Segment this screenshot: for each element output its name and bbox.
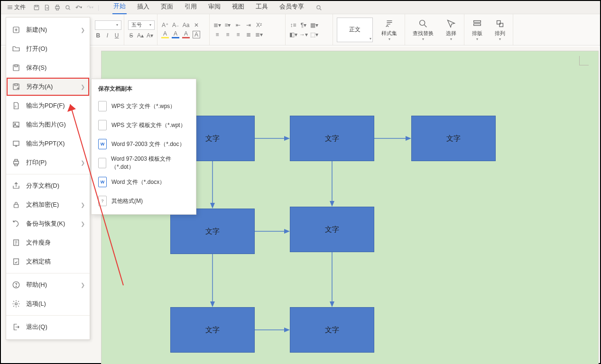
select-button[interactable]: 选择▾ [442,18,460,41]
svg-rect-38 [15,164,18,166]
flow-box[interactable]: 文字 [170,209,255,254]
flow-arrow[interactable] [328,252,336,307]
italic-icon[interactable]: I [104,32,111,39]
saveas-format-item[interactable]: WWord 文件（*.docx） [92,173,196,191]
line-spacing-icon[interactable]: ↕≡ [289,21,297,29]
font-shrink-icon[interactable]: A▾ [147,32,153,39]
svg-rect-29 [13,65,19,71]
save-icon[interactable] [33,4,40,11]
highlight-icon[interactable]: A [161,31,169,38]
align-right-icon[interactable]: ≡ [234,31,242,38]
shape-format-icon[interactable]: ⬚▾ [310,31,318,38]
saveas-format-item[interactable]: ?其他格式(M) [92,191,196,210]
change-case-icon[interactable]: Aa [182,21,190,29]
arrange-button[interactable]: 排列▾ [491,18,509,41]
file-menu-item-image[interactable]: 输出为图片(G) [6,115,90,134]
styleset-button[interactable]: 样式集▾ [378,18,401,41]
clear-format-icon[interactable]: ✕ [193,21,200,29]
flow-box[interactable]: 文字 [290,116,374,161]
font-grow-icon[interactable]: A▴ [137,32,144,39]
arrow-style-icon[interactable]: →▾ [300,31,307,38]
align-center-icon[interactable]: ≡ [224,31,231,38]
search-icon[interactable] [315,4,322,11]
flow-arrow[interactable] [255,228,290,235]
saveas-format-item[interactable]: WWord 97-2003 文件（*.doc） [92,135,196,154]
flow-box[interactable]: 文字 [290,207,374,252]
indent-icon[interactable]: ⇥ [245,21,252,29]
borders-icon[interactable]: ▦▾ [310,21,318,29]
find-replace-button[interactable]: 查找替换▾ [409,18,437,41]
file-menu-item-folder[interactable]: 打开(O) [6,39,90,58]
outdent-icon[interactable]: ⇤ [234,21,242,29]
bold-icon[interactable]: B [95,32,102,39]
file-menu-item-slim[interactable]: 文件瘦身 [6,233,90,252]
svg-rect-8 [474,21,481,23]
tab-reference[interactable]: 引用 [184,1,198,14]
fill-icon[interactable]: ◧▾ [289,31,297,38]
svg-rect-0 [34,5,38,9]
align-left-icon[interactable]: ≡ [213,31,221,38]
file-menu-item-plus[interactable]: 新建(N)❯ [6,20,90,39]
flow-box[interactable]: 文字 [411,116,496,161]
para-spacing-icon[interactable]: ¶▾ [300,21,307,29]
svg-rect-1 [36,5,38,7]
flow-arrow[interactable] [255,326,290,334]
flow-box[interactable]: 文字 [290,307,374,353]
sort-icon[interactable]: X² [255,21,263,29]
font-size-select[interactable]: 五号▾ [128,20,155,30]
svg-marker-21 [284,229,290,234]
font-family-select[interactable]: ▾ [95,20,121,30]
redo-icon[interactable]: ↷▾ [86,4,94,11]
file-menu-button[interactable]: 文件 [5,2,28,12]
undo-icon[interactable]: ↶▾ [75,4,83,11]
file-menu-item-save[interactable]: 保存(S) [6,58,90,77]
file-menu-item-lock[interactable]: 文档加密(E)❯ [6,195,90,214]
file-menu-dropdown: 新建(N)❯打开(O)保存(S)另存为(A)❯P输出为PDF(F)输出为图片(G… [6,17,90,340]
superscript-icon[interactable]: A⁺ [161,21,169,29]
chevron-right-icon: ❯ [81,202,85,208]
numbering-icon[interactable]: ≡▾ [224,21,231,29]
file-menu-item-backup[interactable]: 备份与恢复(K)❯ [6,214,90,233]
file-menu-item-pdf[interactable]: P输出为PDF(F) [6,96,90,115]
file-menu-item-help[interactable]: 帮助(H)❯ [6,275,90,294]
flow-arrow[interactable] [255,135,290,142]
distribute-icon[interactable]: ≣▾ [255,31,263,38]
svg-marker-15 [406,136,411,141]
saveas-format-item[interactable]: WPS 文字 模板文件（*.wpt） [92,116,196,135]
print-icon[interactable] [54,4,61,11]
underline-icon[interactable]: U [113,32,120,39]
layout-button[interactable]: 排版▾ [468,18,486,41]
tab-page[interactable]: 页面 [160,1,174,14]
export-icon[interactable] [44,4,50,11]
saveas-format-item[interactable]: WPS 文字 文件（*.wps） [92,97,196,116]
file-menu-item-print[interactable]: 打印(P)❯ [6,153,90,172]
preview-icon[interactable] [65,4,71,11]
saveas-format-item[interactable]: Word 97-2003 模板文件（*.dot） [92,154,196,173]
file-menu-item-ppt[interactable]: 输出为PPT(X) [6,134,90,153]
file-menu-item-share[interactable]: 分享文档(D) [6,176,90,195]
file-menu-item-final[interactable]: 文档定稿 [6,252,90,271]
strike-icon[interactable]: S [128,32,134,39]
style-preview[interactable]: 正文 ▾ [337,18,373,42]
justify-icon[interactable]: ≣ [245,31,252,38]
char-border-icon[interactable]: A [193,31,200,38]
tab-tools[interactable]: 工具 [255,1,269,14]
flow-arrow[interactable] [328,161,336,207]
shading-icon[interactable]: A [182,31,190,38]
flow-arrow[interactable] [209,254,216,307]
font-color-icon[interactable]: A [172,31,179,38]
flow-arrow[interactable] [209,161,216,209]
flow-box[interactable]: 文字 [170,307,255,353]
flow-arrow[interactable] [374,135,411,142]
tab-view[interactable]: 视图 [231,1,245,14]
file-menu-item-exit[interactable]: 退出(Q) [6,318,90,337]
tab-review[interactable]: 审阅 [207,1,222,14]
file-menu-item-saveas[interactable]: 另存为(A)❯ [6,77,90,96]
svg-rect-2 [55,6,59,9]
subscript-icon[interactable]: A₋ [172,21,179,29]
bullets-icon[interactable]: ≣▾ [213,21,221,29]
tab-insert[interactable]: 插入 [136,1,150,14]
tab-start[interactable]: 开始 [112,1,127,14]
file-menu-item-gear[interactable]: 选项(L) [6,294,90,313]
tab-member[interactable]: 会员专享 [278,1,305,14]
